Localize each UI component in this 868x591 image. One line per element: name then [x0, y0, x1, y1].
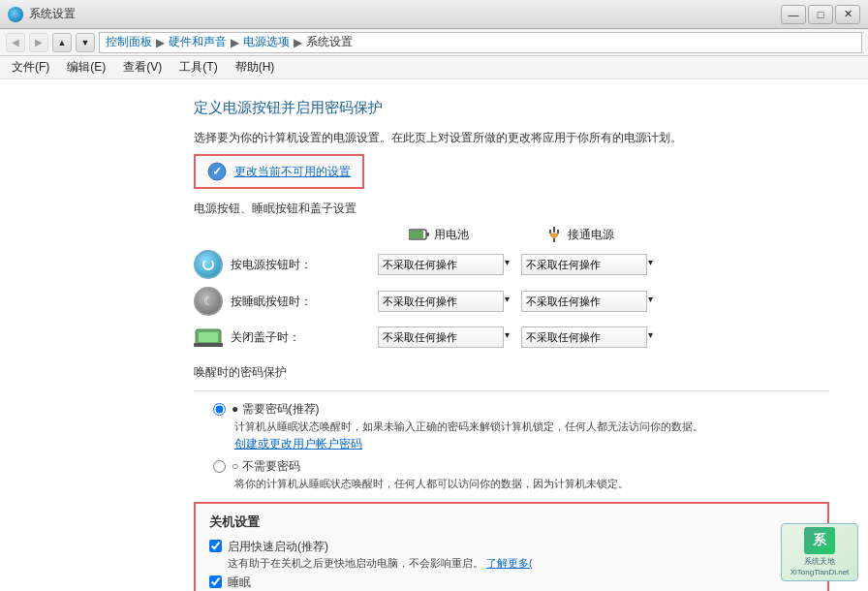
power-button-row: 按电源按钮时： 不采取任何操作 睡眠 休眠 关机 不采取任何操作 睡眠 休眠 关… [194, 250, 829, 279]
learn-more-link[interactable]: 了解更多( [486, 557, 533, 569]
wake-section-header: 唤醒时的密码保护 [194, 364, 829, 381]
row3-label-cell: 关闭盖子时： [194, 324, 378, 351]
checkbox1-label: 启用快速启动(推荐) [228, 539, 533, 555]
radio1-option[interactable]: ● 需要密码(推荐) [213, 401, 829, 418]
radio1-input[interactable] [213, 403, 226, 416]
breadcrumb-item-3[interactable]: 电源选项 [243, 34, 290, 50]
row1-power-select-wrapper[interactable]: 不采取任何操作 睡眠 休眠 关机 [521, 254, 657, 275]
checkbox1-desc: 这有助于在关机之后更快地启动电脑，不会影响重启。 了解更多( [228, 555, 533, 572]
row2-label-cell: ☾ 按睡眠按钮时： [194, 287, 378, 316]
svg-text:✓: ✓ [212, 165, 222, 178]
breadcrumb-sep-2: ▶ [231, 36, 239, 49]
breadcrumb-item-2[interactable]: 硬件和声音 [169, 34, 227, 50]
menu-file[interactable]: 文件(F) [4, 57, 57, 78]
watermark: 系 系统天地XiTongTianDi.net [781, 523, 858, 581]
lid-icon [194, 324, 223, 351]
row2-battery-select-wrapper[interactable]: 不采取任何操作 睡眠 休眠 关机 [378, 291, 513, 312]
title-bar: 系统设置 — □ ✕ [0, 0, 868, 29]
power-header-item: 接通电源 [509, 225, 649, 244]
battery-icon [409, 228, 430, 241]
row3-power-select-wrapper[interactable]: 不采取任何操作 睡眠 休眠 关机 [521, 327, 657, 348]
create-password-link[interactable]: 创建或更改用户帐户密码 [234, 437, 362, 451]
address-bar: ◀ ▶ ▲ ▼ 控制面板 ▶ 硬件和声音 ▶ 电源选项 ▶ 系统设置 [0, 29, 868, 56]
shutdown-title: 关机设置 [209, 513, 814, 531]
plug-icon [544, 225, 564, 244]
radio2-row: ○ 不需要密码 将你的计算机从睡眠状态唤醒时，任何人都可以访问你的数据，因为计算… [213, 458, 829, 491]
checkbox2-row: 睡眠 是否允许电源睡眠中 [209, 575, 814, 591]
battery-header: 用电池 [368, 225, 509, 244]
main-content: 定义电源按钮并启用密码保护 选择要为你的计算机设置的电源设置。在此页上对设置所做… [0, 79, 868, 591]
power-button-icon [194, 250, 223, 279]
svg-rect-10 [199, 332, 218, 342]
shutdown-box: 关机设置 启用快速启动(推荐) 这有助于在关机之后更快地启动电脑，不会影响重启。… [194, 502, 829, 591]
svg-rect-3 [426, 233, 429, 236]
radio1-label: ● 需要密码(推荐) [232, 401, 320, 418]
row2-power-select-wrapper[interactable]: 不采取任何操作 睡眠 休眠 关机 [521, 291, 657, 312]
row1-battery-select[interactable]: 不采取任何操作 睡眠 休眠 关机 [378, 254, 504, 275]
radio1-desc: 计算机从睡眠状态唤醒时，如果未输入正确的密码来解锁计算机锁定，任何人都无法访问你… [234, 420, 829, 434]
recent-button[interactable]: ▼ [76, 33, 95, 52]
svg-rect-11 [194, 343, 223, 347]
divider1 [194, 390, 829, 391]
forward-button[interactable]: ▶ [29, 33, 48, 52]
menu-tools[interactable]: 工具(T) [171, 57, 225, 78]
checkbox1-text: 启用快速启动(推荐) 这有助于在关机之后更快地启动电脑，不会影响重启。 了解更多… [228, 539, 533, 572]
radio2-input[interactable] [213, 460, 226, 473]
settings-rows: 按电源按钮时： 不采取任何操作 睡眠 休眠 关机 不采取任何操作 睡眠 休眠 关… [194, 250, 829, 351]
breadcrumb-item-4[interactable]: 系统设置 [306, 34, 353, 50]
maximize-button[interactable]: □ [808, 5, 833, 24]
row2-label: 按睡眠按钮时： [231, 294, 312, 310]
breadcrumb-sep-3: ▶ [294, 36, 302, 49]
section1-label: 电源按钮、睡眠按钮和盖子设置 [194, 201, 829, 217]
sleep-button-icon: ☾ [194, 287, 223, 316]
page-title: 定义电源按钮并启用密码保护 [194, 99, 829, 117]
breadcrumb-sep-1: ▶ [156, 36, 165, 49]
row1-power-select[interactable]: 不采取任何操作 睡眠 休眠 关机 [521, 254, 647, 275]
close-button[interactable]: ✕ [835, 5, 860, 24]
minimize-button[interactable]: — [781, 5, 806, 24]
back-button[interactable]: ◀ [6, 33, 25, 52]
row2-power-select[interactable]: 不采取任何操作 睡眠 休眠 关机 [521, 291, 647, 312]
row3-battery-select-wrapper[interactable]: 不采取任何操作 睡眠 休眠 关机 [378, 327, 513, 348]
shield-icon: ✓ [207, 162, 227, 181]
sleep-checkbox[interactable] [209, 575, 222, 588]
lid-row: 关闭盖子时： 不采取任何操作 睡眠 休眠 关机 不采取任何操作 睡眠 休眠 关机 [194, 324, 829, 351]
menu-bar: 文件(F) 编辑(E) 查看(V) 工具(T) 帮助(H) [0, 56, 868, 79]
breadcrumb-item-1[interactable]: 控制面板 [106, 34, 152, 50]
radio1-link-row: 创建或更改用户帐户密码 [234, 436, 829, 452]
radio1-desc-block: 计算机从睡眠状态唤醒时，如果未输入正确的密码来解锁计算机锁定，任何人都无法访问你… [234, 420, 829, 452]
up-button[interactable]: ▲ [52, 33, 72, 52]
checkbox2-label: 睡眠 [228, 575, 324, 591]
change-settings-box[interactable]: ✓ 更改当前不可用的设置 [194, 154, 364, 189]
svg-rect-4 [410, 231, 423, 238]
power-header: 用电池 接通电源 [368, 225, 829, 244]
window-title: 系统设置 [29, 6, 76, 22]
window-controls: — □ ✕ [781, 5, 860, 24]
menu-help[interactable]: 帮助(H) [228, 57, 283, 78]
change-settings-label: 更改当前不可用的设置 [234, 164, 351, 180]
radio2-label: ○ 不需要密码 [232, 458, 300, 475]
radio2-desc: 将你的计算机从睡眠状态唤醒时，任何人都可以访问你的数据，因为计算机未锁定。 [234, 477, 829, 491]
row1-battery-select-wrapper[interactable]: 不采取任何操作 睡眠 休眠 关机 [378, 254, 513, 275]
row3-label: 关闭盖子时： [231, 329, 300, 346]
checkbox2-text: 睡眠 是否允许电源睡眠中 [228, 575, 324, 591]
row1-label-cell: 按电源按钮时： [194, 250, 378, 279]
row1-label: 按电源按钮时： [231, 257, 312, 273]
row3-battery-select[interactable]: 不采取任何操作 睡眠 休眠 关机 [378, 327, 504, 348]
page-desc: 选择要为你的计算机设置的电源设置。在此页上对设置所做的更改将应用于你所有的电源计… [194, 129, 829, 146]
menu-edit[interactable]: 编辑(E) [59, 57, 113, 78]
row3-power-select[interactable]: 不采取任何操作 睡眠 休眠 关机 [521, 327, 647, 348]
radio2-desc-block: 将你的计算机从睡眠状态唤醒时，任何人都可以访问你的数据，因为计算机未锁定。 [234, 477, 829, 491]
fast-startup-checkbox[interactable] [209, 540, 222, 552]
checkbox1-row: 启用快速启动(推荐) 这有助于在关机之后更快地启动电脑，不会影响重启。 了解更多… [209, 539, 814, 572]
radio1-row: ● 需要密码(推荐) 计算机从睡眠状态唤醒时，如果未输入正确的密码来解锁计算机锁… [213, 401, 829, 452]
watermark-text: 系统天地XiTongTianDi.net [790, 557, 850, 577]
row2-battery-select[interactable]: 不采取任何操作 睡眠 休眠 关机 [378, 291, 504, 312]
watermark-logo: 系 [804, 527, 835, 554]
app-icon [8, 7, 23, 22]
menu-view[interactable]: 查看(V) [115, 57, 170, 78]
title-bar-left: 系统设置 [8, 6, 76, 22]
sleep-button-row: ☾ 按睡眠按钮时： 不采取任何操作 睡眠 休眠 关机 不采取任何操作 睡眠 休眠… [194, 287, 829, 316]
radio2-option[interactable]: ○ 不需要密码 [213, 458, 829, 475]
breadcrumb: 控制面板 ▶ 硬件和声音 ▶ 电源选项 ▶ 系统设置 [99, 32, 862, 53]
